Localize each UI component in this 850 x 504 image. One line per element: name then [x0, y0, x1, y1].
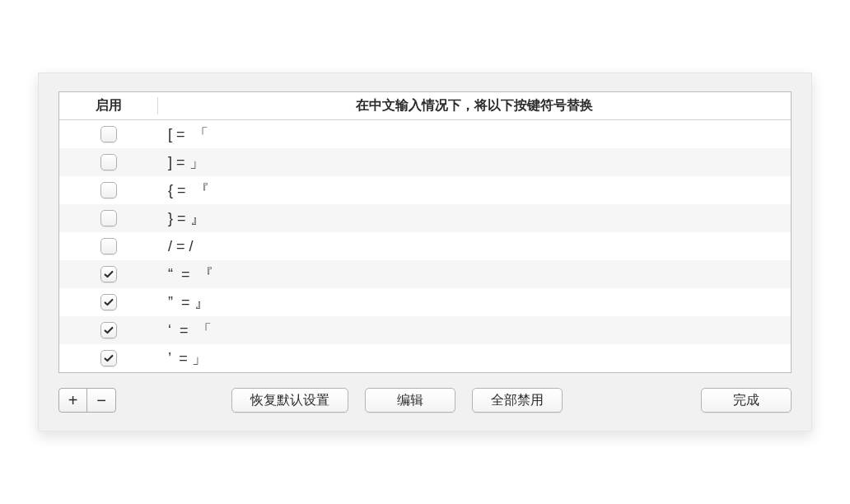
enable-checkbox[interactable] — [100, 210, 117, 226]
cell-enable — [59, 294, 158, 310]
done-button[interactable]: 完成 — [701, 388, 792, 413]
remove-icon: − — [96, 392, 106, 408]
enable-checkbox[interactable] — [100, 350, 117, 366]
cell-enable — [59, 350, 158, 366]
table-row[interactable]: { = 『 — [59, 176, 791, 204]
cell-rule-text: { = 『 — [158, 180, 791, 200]
table-row[interactable]: ‘ = 「 — [59, 316, 791, 344]
header-divider — [157, 97, 158, 114]
table-row[interactable]: [ = 「 — [59, 120, 791, 148]
add-button[interactable]: + — [59, 389, 87, 412]
remove-button[interactable]: − — [87, 389, 115, 412]
cell-enable — [59, 182, 158, 198]
check-icon — [103, 352, 114, 364]
enable-checkbox[interactable] — [100, 238, 117, 254]
cell-rule-text: } = 』 — [158, 208, 791, 228]
table-row[interactable]: “ = 『 — [59, 260, 791, 288]
cell-enable — [59, 322, 158, 338]
cell-rule-text: / = / — [158, 238, 791, 255]
enable-checkbox[interactable] — [100, 322, 117, 338]
cell-rule-text: ] = 」 — [158, 152, 791, 172]
enable-checkbox[interactable] — [100, 294, 117, 310]
cell-enable — [59, 266, 158, 282]
check-icon — [103, 268, 114, 280]
table-row[interactable]: ’ = 」 — [59, 344, 791, 372]
enable-checkbox[interactable] — [100, 266, 117, 282]
rules-table: 启用 在中文输入情况下，将以下按键符号替换 [ = 「] = 」{ = 『} =… — [58, 91, 792, 373]
cell-rule-text: “ = 『 — [158, 264, 791, 284]
cell-rule-text: ” = 』 — [158, 292, 791, 312]
col-header-rule-label: 在中文输入情况下，将以下按键符号替换 — [356, 98, 593, 112]
done-label: 完成 — [733, 392, 759, 409]
check-icon — [103, 296, 114, 308]
footer-bar: + − 恢复默认设置 编辑 全部禁用 完成 — [58, 388, 792, 413]
table-row[interactable]: / = / — [59, 232, 791, 260]
cell-rule-text: [ = 「 — [158, 124, 791, 144]
restore-defaults-label: 恢复默认设置 — [250, 392, 329, 409]
col-header-rule: 在中文输入情况下，将以下按键符号替换 — [158, 92, 791, 119]
restore-defaults-button[interactable]: 恢复默认设置 — [231, 388, 348, 413]
cell-enable — [59, 154, 158, 170]
settings-panel: 启用 在中文输入情况下，将以下按键符号替换 [ = 「] = 」{ = 『} =… — [38, 72, 812, 432]
cell-rule-text: ‘ = 「 — [158, 320, 791, 340]
col-header-enable-label: 启用 — [96, 98, 122, 112]
cell-enable — [59, 210, 158, 226]
add-icon: + — [68, 392, 78, 408]
table-body: [ = 「] = 」{ = 『} = 』/ = /“ = 『” = 』‘ = 「… — [59, 120, 791, 372]
disable-all-button[interactable]: 全部禁用 — [472, 388, 563, 413]
table-row[interactable]: ” = 』 — [59, 288, 791, 316]
add-remove-group: + − — [58, 388, 116, 413]
table-header: 启用 在中文输入情况下，将以下按键符号替换 — [59, 92, 791, 120]
enable-checkbox[interactable] — [100, 154, 117, 170]
edit-label: 编辑 — [397, 392, 423, 409]
col-header-enable: 启用 — [59, 92, 158, 119]
table-row[interactable]: } = 』 — [59, 204, 791, 232]
cell-enable — [59, 126, 158, 142]
enable-checkbox[interactable] — [100, 182, 117, 198]
disable-all-label: 全部禁用 — [491, 392, 544, 409]
edit-button[interactable]: 编辑 — [365, 388, 455, 413]
cell-enable — [59, 238, 158, 254]
table-row[interactable]: ] = 」 — [59, 148, 791, 176]
enable-checkbox[interactable] — [100, 126, 117, 142]
cell-rule-text: ’ = 」 — [158, 348, 791, 368]
check-icon — [103, 324, 114, 336]
